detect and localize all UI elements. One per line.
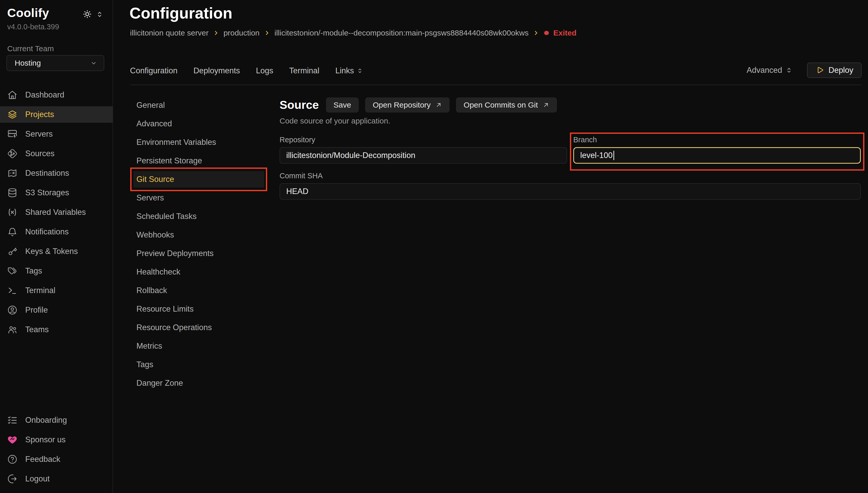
sidebar-item-label: Servers (25, 129, 53, 139)
subnav-item-tags[interactable]: Tags (133, 356, 264, 373)
sidebar-item-keys-tokens[interactable]: Keys & Tokens (0, 243, 113, 260)
divider (130, 85, 862, 85)
sidebar-item-label: Profile (25, 305, 48, 315)
subnav-item-advanced[interactable]: Advanced (133, 115, 264, 132)
subnav-item-resource-operations[interactable]: Resource Operations (133, 319, 264, 336)
sidebar-item-dashboard[interactable]: Dashboard (0, 87, 113, 103)
subnav-item-git-source[interactable]: Git Source (133, 171, 264, 188)
breadcrumb-environment[interactable]: production (224, 28, 259, 37)
open-repository-label: Open Repository (373, 101, 431, 109)
bell-icon (7, 227, 18, 237)
subnav-item-scheduled-tasks[interactable]: Scheduled Tasks (133, 208, 264, 224)
sidebar-item-feedback[interactable]: Feedback (0, 451, 113, 468)
subnav-item-metrics[interactable]: Metrics (133, 338, 264, 354)
sidebar-item-destinations[interactable]: Destinations (0, 165, 113, 181)
tab-links-label: Links (335, 66, 354, 76)
app-version: v4.0.0-beta.399 (7, 23, 59, 31)
source-description: Code source of your application. (279, 116, 861, 125)
subnav-item-persistent-storage[interactable]: Persistent Storage (133, 153, 264, 169)
external-link-icon (543, 102, 549, 108)
breadcrumb-application[interactable]: illicitestonion/-module--decomposition:m… (274, 28, 528, 37)
advanced-toggle[interactable]: Advanced (747, 66, 792, 75)
tab-terminal[interactable]: Terminal (289, 66, 319, 76)
user-icon (7, 305, 18, 315)
open-commits-label: Open Commits on Git (464, 101, 538, 109)
breadcrumb-project[interactable]: illicitonion quote server (130, 28, 209, 37)
subnav-item-healthcheck[interactable]: Healthcheck (133, 264, 264, 280)
sidebar-item-tags[interactable]: Tags (0, 263, 113, 279)
tab-bar: Configuration Deployments Logs Terminal … (130, 63, 363, 79)
tab-links[interactable]: Links (335, 66, 363, 76)
subnav-item-git-source-label: Git Source (136, 175, 174, 184)
sidebar-item-teams[interactable]: Teams (0, 321, 113, 338)
subnav-item-webhooks[interactable]: Webhooks (133, 227, 264, 243)
sidebar-item-label: Destinations (25, 169, 69, 178)
page-title: Configuration (129, 4, 232, 22)
external-link-icon (435, 102, 442, 108)
branch-input[interactable]: level-100 (573, 147, 861, 164)
commit-sha-input[interactable] (279, 183, 861, 200)
open-commits-button[interactable]: Open Commits on Git (456, 98, 556, 112)
sidebar-item-label: Notifications (25, 227, 69, 236)
sidebar-item-servers[interactable]: Servers (0, 126, 113, 142)
sidebar-item-shared-variables[interactable]: Shared Variables (0, 204, 113, 220)
sidebar-item-notifications[interactable]: Notifications (0, 223, 113, 240)
team-select[interactable]: Hosting (6, 55, 104, 71)
sidebar-item-sponsor[interactable]: Sponsor us (0, 431, 113, 448)
repository-input[interactable] (279, 147, 567, 164)
tab-logs[interactable]: Logs (256, 66, 273, 76)
sidebar-item-label: Logout (25, 474, 50, 484)
settings-subnav: General Advanced Environment Variables P… (133, 97, 264, 393)
repo-branch-row: Repository Branch level-100 (279, 134, 861, 164)
chevron-right-icon (213, 29, 219, 36)
status-badge: Exited (544, 28, 576, 37)
branch-label: Branch (573, 134, 861, 145)
subnav-item-resource-limits[interactable]: Resource Limits (133, 301, 264, 317)
sidebar-item-label: Keys & Tokens (25, 247, 78, 256)
app-logo[interactable]: Coolify (7, 6, 49, 20)
team-select-value: Hosting (15, 59, 90, 67)
key-icon (7, 246, 18, 257)
subnav-item-general[interactable]: General (133, 97, 264, 113)
server-icon (7, 129, 18, 139)
subnav-item-environment-variables[interactable]: Environment Variables (133, 134, 264, 151)
theme-sun-icon[interactable] (82, 9, 92, 19)
help-icon (7, 454, 18, 465)
chevrons-up-down-icon (357, 67, 363, 74)
variable-icon (7, 207, 18, 217)
theme-chevrons-up-down-icon[interactable] (96, 10, 104, 18)
terminal-icon (7, 285, 18, 296)
commit-sha-field: Commit SHA (279, 171, 861, 200)
subnav-item-preview-deployments[interactable]: Preview Deployments (133, 245, 264, 262)
sidebar-item-projects[interactable]: Projects (0, 106, 113, 123)
main-content: Configuration illicitonion quote server … (113, 0, 868, 493)
repository-label: Repository (279, 134, 567, 145)
tab-configuration[interactable]: Configuration (130, 66, 177, 76)
sidebar-item-profile[interactable]: Profile (0, 302, 113, 318)
deploy-label: Deploy (829, 66, 853, 75)
sidebar: Coolify v4.0.0-beta.399 Current Team Hos… (0, 0, 113, 493)
deploy-button[interactable]: Deploy (807, 63, 862, 78)
save-button[interactable]: Save (326, 98, 359, 112)
sidebar-item-sources[interactable]: Sources (0, 145, 113, 162)
source-form-header: Source Save Open Repository Open Commits… (279, 97, 861, 113)
sidebar-item-label: Projects (25, 110, 54, 119)
tab-deployments[interactable]: Deployments (193, 66, 240, 76)
sidebar-item-logout[interactable]: Logout (0, 471, 113, 487)
sidebar-item-s3-storages[interactable]: S3 Storages (0, 185, 113, 201)
status-dot-icon (544, 30, 550, 36)
heart-icon (7, 434, 18, 445)
subnav-item-danger-zone[interactable]: Danger Zone (133, 375, 264, 391)
subnav-item-rollback[interactable]: Rollback (133, 282, 264, 299)
sidebar-item-onboarding[interactable]: Onboarding (0, 412, 113, 428)
open-repository-button[interactable]: Open Repository (365, 98, 449, 112)
sidebar-item-label: Terminal (25, 286, 55, 295)
tags-icon (7, 266, 18, 276)
source-heading: Source (279, 98, 319, 112)
text-cursor (613, 151, 614, 160)
subnav-item-servers[interactable]: Servers (133, 190, 264, 206)
chevrons-up-down-icon (785, 67, 792, 74)
home-icon (7, 90, 18, 100)
sidebar-item-terminal[interactable]: Terminal (0, 282, 113, 299)
commit-sha-label: Commit SHA (279, 171, 861, 181)
